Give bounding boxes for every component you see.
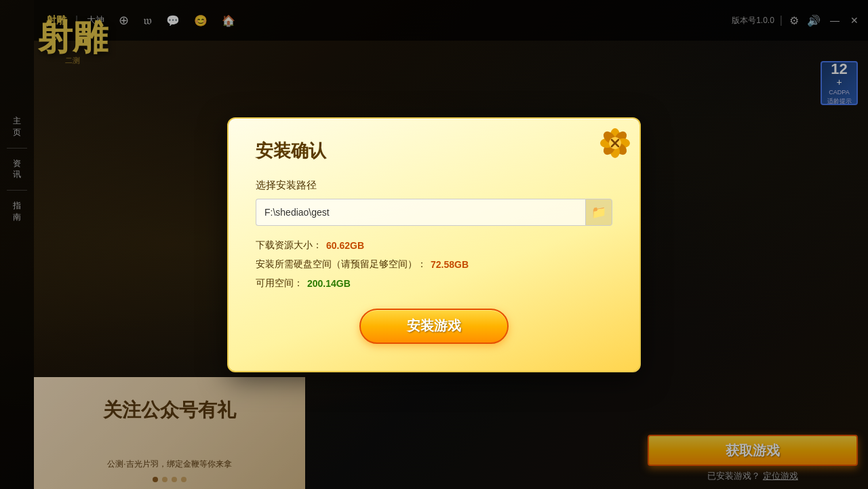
path-row: 📁 xyxy=(256,199,612,226)
install-button[interactable]: 安装游戏 xyxy=(359,309,509,344)
path-label: 选择安装路径 xyxy=(256,179,612,192)
download-size-row: 下载资源大小： 60.62GB xyxy=(256,239,612,252)
free-label: 可用空间： xyxy=(256,277,303,290)
folder-icon: 📁 xyxy=(591,205,606,220)
download-value: 60.62GB xyxy=(326,240,364,251)
disk-label: 安装所需硬盘空间（请预留足够空间）： xyxy=(256,258,427,271)
install-dialog: 安装确认 选择安装路径 📁 下载资源大小： 60.62GB 安装所需硬盘空间（请… xyxy=(227,117,641,372)
modal-close-button[interactable] xyxy=(599,127,631,159)
free-value: 200.14GB xyxy=(307,278,351,289)
free-space-row: 可用空间： 200.14GB xyxy=(256,277,612,290)
download-label: 下载资源大小： xyxy=(256,239,322,252)
browse-button[interactable]: 📁 xyxy=(585,199,612,226)
modal-title: 安装确认 xyxy=(256,139,612,163)
flower-close-icon xyxy=(600,128,630,158)
path-input[interactable] xyxy=(256,199,585,226)
disk-value: 72.58GB xyxy=(431,259,469,270)
modal-overlay: 安装确认 选择安装路径 📁 下载资源大小： 60.62GB 安装所需硬盘空间（请… xyxy=(0,0,868,489)
disk-size-row: 安装所需硬盘空间（请预留足够空间）： 72.58GB xyxy=(256,258,612,271)
